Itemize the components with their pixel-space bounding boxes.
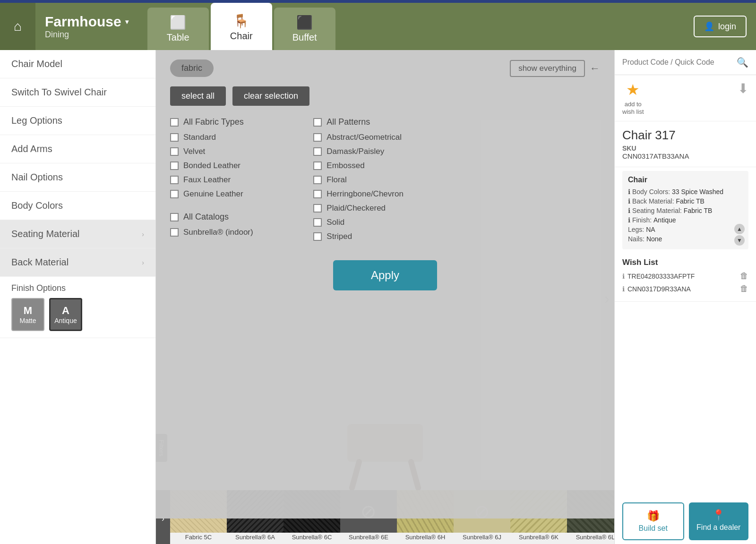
delete-icon-1[interactable]: 🗑 — [740, 271, 748, 281]
filter-standard[interactable]: Standard — [170, 133, 313, 142]
scroll-up-btn[interactable]: ▲ — [734, 224, 745, 234]
build-set-button[interactable]: 🎁 Build set — [622, 502, 684, 540]
sidebar-item-nail-options[interactable]: Nail Options — [0, 163, 155, 192]
selection-buttons: select all clear selection — [170, 86, 600, 106]
find-dealer-icon: 📍 — [712, 509, 725, 521]
patterns-column: All Patterns Abstract/Geometrical Damask… — [313, 117, 456, 246]
scroll-down-btn[interactable]: ▼ — [734, 235, 745, 246]
header: ⌂ Farmhouse ▾ Dining ⬜ Table 🪑 Chair ⬛ B… — [0, 3, 756, 50]
filter-striped[interactable]: Striped — [313, 232, 456, 241]
delete-icon-2[interactable]: 🗑 — [740, 284, 748, 294]
fabric-types-column: All Fabric Types Standard Velvet Bonded … — [170, 117, 313, 246]
action-buttons: 🎁 Build set 📍 Find a dealer — [615, 496, 756, 544]
filter-genuine-leather[interactable]: Genuine Leather — [170, 189, 313, 199]
sku-label: SKU — [622, 144, 748, 152]
filter-abstract[interactable]: Abstract/Geometrical — [313, 133, 456, 142]
all-catalogs-group[interactable]: All Catalogs — [170, 212, 313, 222]
wish-list-item-1: ℹ TRE042803333AFPTF 🗑 — [622, 271, 748, 281]
wishlist-area: ★ add towish list — [622, 81, 644, 115]
empty-col — [457, 117, 600, 246]
chair-details-title: Chair — [628, 176, 743, 184]
tab-chair-label: Chair — [230, 31, 253, 42]
product-info: Chair 317 SKU CNN0317ATB33ANA — [615, 121, 756, 167]
finish-btn-antique[interactable]: A Antique — [49, 298, 82, 331]
filter-tab-fabric[interactable]: fabric — [170, 60, 214, 77]
sidebar-item-add-arms[interactable]: Add Arms — [0, 135, 155, 163]
right-panel: 🔍 ★ add towish list ⬇ Chair 317 SKU CNN0… — [614, 50, 756, 544]
filter-herringbone[interactable]: Herringbone/Chevron — [313, 189, 456, 199]
finish-btn-matte[interactable]: M Matte — [11, 298, 44, 331]
legs-detail: Legs: NA — [628, 226, 743, 233]
all-catalogs-checkbox[interactable] — [170, 213, 179, 221]
chair-details: Chair ℹ Body Colors: 33 Spice Washed ℹ B… — [622, 171, 748, 249]
tab-chair[interactable]: 🪑 Chair — [211, 3, 272, 50]
all-patterns-checkbox[interactable] — [313, 118, 322, 127]
download-area[interactable]: ⬇ — [738, 81, 748, 96]
show-everything-button[interactable]: show everything — [510, 60, 585, 77]
brand-name: Farmhouse ▾ — [45, 14, 129, 30]
apply-button[interactable]: Apply — [333, 260, 437, 290]
info-icon-2[interactable]: ℹ — [622, 285, 625, 293]
sidebar-item-seating-material[interactable]: Seating Material › — [0, 220, 155, 248]
search-icon[interactable]: 🔍 — [737, 57, 748, 68]
tab-buffet[interactable]: ⬛ Buffet — [274, 8, 335, 50]
product-name: Chair 317 — [622, 128, 748, 143]
filter-solid[interactable]: Solid — [313, 218, 456, 227]
tab-table[interactable]: ⬜ Table — [147, 8, 209, 50]
sidebar-item-body-colors[interactable]: Body Colors — [0, 192, 155, 220]
login-button[interactable]: 👤 login — [694, 16, 747, 37]
center-panel: fabric show everything ← select all clea… — [156, 50, 614, 544]
wish-list-item-2: ℹ CNN0317D9R33ANA 🗑 — [622, 284, 748, 294]
sku-value: CNN0317ATB33ANA — [622, 152, 748, 160]
finish-options-label: Finish Options — [11, 283, 144, 293]
filter-floral[interactable]: Floral — [313, 175, 456, 185]
sidebar-item-switch-swivel[interactable]: Switch To Swivel Chair — [0, 78, 155, 107]
brand-subtitle: Dining — [45, 30, 129, 40]
filter-bonded-leather[interactable]: Bonded Leather — [170, 161, 313, 170]
finish-buttons: M Matte A Antique — [11, 298, 144, 331]
body-colors-detail: ℹ Body Colors: 33 Spice Washed — [628, 188, 743, 196]
sidebar-item-chair-model[interactable]: Chair Model — [0, 50, 155, 78]
filter-tabs: fabric show everything ← — [170, 60, 600, 77]
filter-embossed[interactable]: Embossed — [313, 161, 456, 170]
filter-velvet[interactable]: Velvet — [170, 147, 313, 156]
filter-plaid[interactable]: Plaid/Checkered — [313, 204, 456, 213]
build-set-icon: 🎁 — [647, 510, 660, 522]
nails-detail: Nails: None — [628, 235, 743, 243]
finish-detail: ℹ Finish: Antique — [628, 216, 743, 224]
back-arrow-button[interactable]: ← — [590, 62, 600, 75]
wish-list-title: Wish List — [622, 258, 748, 267]
seating-material-detail: ℹ Seating Material: Fabric TB — [628, 207, 743, 214]
all-patterns-group[interactable]: All Patterns — [313, 117, 456, 127]
download-icon: ⬇ — [738, 81, 748, 96]
all-fabric-checkbox[interactable] — [170, 118, 179, 127]
dropdown-arrow-icon[interactable]: ▾ — [125, 18, 129, 26]
sidebar-item-back-material[interactable]: Back Material › — [0, 248, 155, 277]
finish-options: Finish Options M Matte A Antique — [0, 277, 155, 338]
filter-sunbrella-indoor[interactable]: Sunbrella® (indoor) — [170, 228, 313, 237]
chair-icon: 🪑 — [233, 13, 249, 29]
filter-faux-leather[interactable]: Faux Leather — [170, 175, 313, 185]
filter-overlay: fabric show everything ← select all clea… — [156, 50, 614, 518]
back-arrow-icon: › — [142, 259, 144, 266]
main-layout: Chair Model Switch To Swivel Chair Leg O… — [0, 50, 756, 544]
detail-scroll-arrows: ▲ ▼ — [734, 224, 745, 246]
add-to-wishlist-label: add towish list — [622, 101, 644, 115]
buffet-icon: ⬛ — [296, 15, 313, 30]
seating-arrow-icon: › — [142, 230, 144, 238]
search-bar: 🔍 — [615, 50, 756, 75]
select-all-button[interactable]: select all — [170, 86, 226, 106]
tab-buffet-label: Buffet — [292, 32, 317, 43]
home-button[interactable]: ⌂ — [0, 3, 35, 50]
find-dealer-button[interactable]: 📍 Find a dealer — [689, 502, 749, 540]
clear-selection-button[interactable]: clear selection — [232, 86, 309, 106]
filter-damask[interactable]: Damask/Paisley — [313, 147, 456, 156]
search-input[interactable] — [622, 58, 733, 67]
info-icon-1[interactable]: ℹ — [622, 272, 625, 280]
sidebar-item-leg-options[interactable]: Leg Options — [0, 107, 155, 135]
tab-table-label: Table — [167, 32, 189, 43]
all-fabric-types-group[interactable]: All Fabric Types — [170, 117, 313, 127]
brand-area: Farmhouse ▾ Dining — [35, 14, 138, 40]
wish-list-section: Wish List ℹ TRE042803333AFPTF 🗑 ℹ CNN031… — [615, 253, 756, 302]
filter-columns: All Fabric Types Standard Velvet Bonded … — [170, 117, 600, 246]
